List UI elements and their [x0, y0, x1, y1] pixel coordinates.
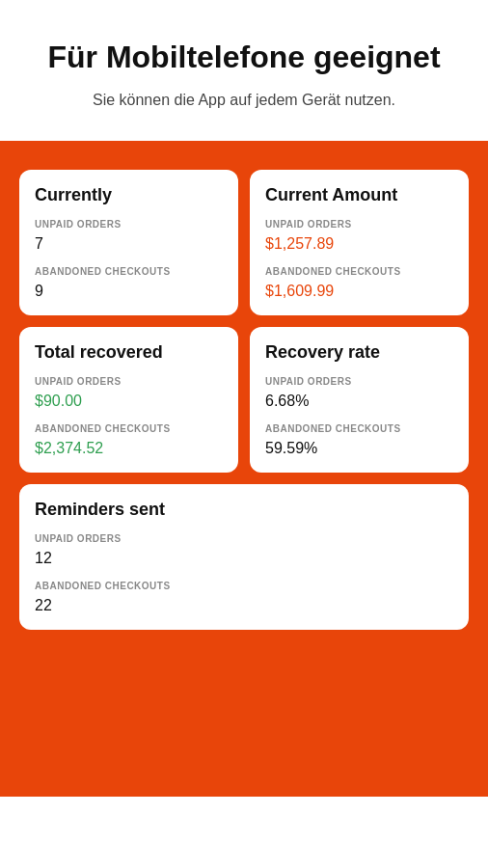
header-section: Für Mobiltelefone geeignet Sie können di… [0, 0, 488, 141]
current-amount-title: Current Amount [265, 185, 453, 205]
recovery-rate-unpaid-label: UNPAID ORDERS [265, 376, 453, 387]
current-amount-abandoned-value: $1,609.99 [265, 283, 453, 300]
total-recovered-title: Total recovered [35, 342, 223, 363]
currently-card: Currently UNPAID ORDERS 7 ABANDONED CHEC… [19, 170, 238, 315]
reminders-sent-unpaid-label: UNPAID ORDERS [35, 533, 453, 544]
reminders-sent-title: Reminders sent [35, 500, 453, 520]
page-title: Für Mobiltelefone geeignet [29, 39, 459, 75]
reminders-sent-card: Reminders sent UNPAID ORDERS 12 ABANDONE… [19, 484, 469, 630]
current-amount-unpaid-label: UNPAID ORDERS [265, 219, 453, 230]
currently-title: Currently [35, 185, 223, 205]
recovery-rate-title: Recovery rate [265, 342, 453, 363]
recovery-rate-card: Recovery rate UNPAID ORDERS 6.68% ABANDO… [250, 327, 469, 473]
currently-unpaid-value: 7 [35, 235, 223, 253]
total-recovered-unpaid-value: $90.00 [35, 393, 223, 410]
currently-unpaid-label: UNPAID ORDERS [35, 219, 223, 230]
dashboard-section: Currently UNPAID ORDERS 7 ABANDONED CHEC… [0, 141, 488, 797]
top-row: Currently UNPAID ORDERS 7 ABANDONED CHEC… [19, 170, 469, 315]
reminders-sent-abandoned-value: 22 [35, 597, 453, 614]
total-recovered-card: Total recovered UNPAID ORDERS $90.00 ABA… [19, 327, 238, 473]
middle-row: Total recovered UNPAID ORDERS $90.00 ABA… [19, 327, 469, 473]
total-recovered-unpaid-label: UNPAID ORDERS [35, 376, 223, 387]
currently-abandoned-value: 9 [35, 283, 223, 300]
current-amount-card: Current Amount UNPAID ORDERS $1,257.89 A… [250, 170, 469, 315]
current-amount-abandoned-label: ABANDONED CHECKOUTS [265, 266, 453, 277]
reminders-sent-abandoned-label: ABANDONED CHECKOUTS [35, 581, 453, 591]
recovery-rate-abandoned-label: ABANDONED CHECKOUTS [265, 423, 453, 434]
page-subtitle: Sie können die App auf jedem Gerät nutze… [29, 89, 459, 112]
current-amount-unpaid-value: $1,257.89 [265, 235, 453, 253]
recovery-rate-abandoned-value: 59.59% [265, 440, 453, 457]
total-recovered-abandoned-label: ABANDONED CHECKOUTS [35, 423, 223, 434]
total-recovered-abandoned-value: $2,374.52 [35, 440, 223, 457]
currently-abandoned-label: ABANDONED CHECKOUTS [35, 266, 223, 277]
reminders-sent-unpaid-value: 12 [35, 550, 453, 567]
recovery-rate-unpaid-value: 6.68% [265, 393, 453, 410]
